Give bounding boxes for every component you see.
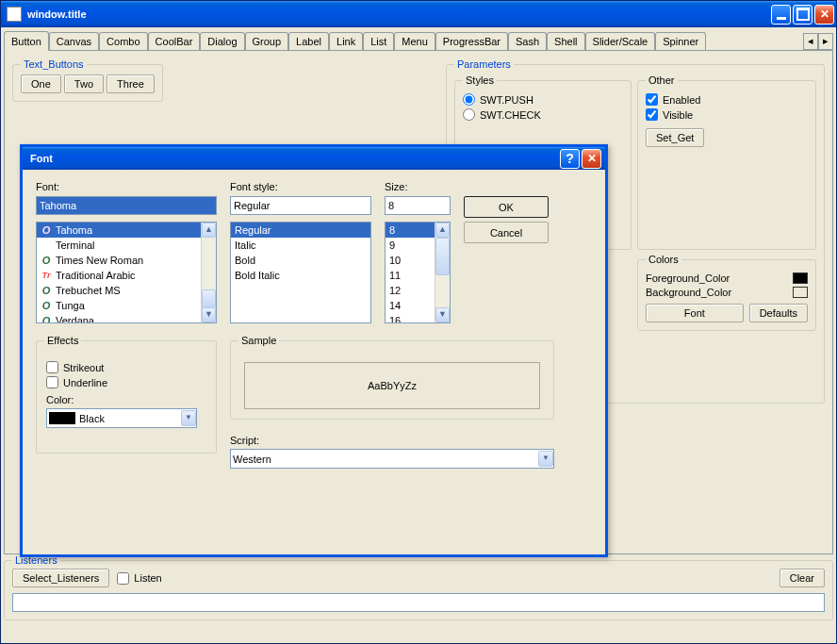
font-item-terminal[interactable]: Terminal <box>37 238 201 253</box>
help-button[interactable]: ? <box>560 149 580 169</box>
tab-list[interactable]: List <box>363 32 394 50</box>
tab-link[interactable]: Link <box>329 32 363 50</box>
app-icon <box>7 7 22 22</box>
tab-combo[interactable]: Combo <box>99 32 147 50</box>
size-item-14[interactable]: 14 <box>386 298 435 313</box>
tab-bar: Button Canvas Combo CoolBar Dialog Group… <box>4 30 833 51</box>
font-item-traditional-arabic[interactable]: TrTraditional Arabic <box>37 268 201 283</box>
clear-button[interactable]: Clear <box>780 569 825 587</box>
titlebar: window.title <box>1 1 836 27</box>
style-item-bolditalic[interactable]: Bold Italic <box>231 268 370 283</box>
maximize-button[interactable] <box>793 5 812 25</box>
font-label: Font: <box>36 181 217 192</box>
font-item-verdana[interactable]: OVerdana <box>37 313 201 322</box>
font-list[interactable]: OTahoma Terminal OTimes New Roman TrTrad… <box>36 222 217 323</box>
scroll-down-icon[interactable]: ▼ <box>202 307 216 322</box>
listeners-output[interactable] <box>12 593 825 612</box>
tab-spinner[interactable]: Spinner <box>655 32 706 50</box>
text-button-two[interactable]: Two <box>64 74 104 93</box>
size-item-10[interactable]: 10 <box>386 253 435 268</box>
tab-canvas[interactable]: Canvas <box>49 32 99 50</box>
script-combo[interactable]: Western ▼ <box>230 449 554 469</box>
font-button[interactable]: Font <box>646 304 744 322</box>
tab-dialog[interactable]: Dialog <box>200 32 244 50</box>
strikeout-label: Strikeout <box>63 362 104 373</box>
other-title: Other <box>646 74 678 86</box>
text-button-one[interactable]: One <box>21 74 61 93</box>
size-item-11[interactable]: 11 <box>386 268 435 283</box>
tab-menu[interactable]: Menu <box>394 32 435 50</box>
style-item-italic[interactable]: Italic <box>231 238 370 253</box>
visible-checkbox[interactable]: Visible <box>646 108 808 121</box>
tab-sash[interactable]: Sash <box>508 32 547 50</box>
minimize-button[interactable] <box>771 5 791 25</box>
foreground-color-button[interactable] <box>793 272 808 284</box>
font-input[interactable] <box>36 196 217 215</box>
font-dialog-close-button[interactable]: ✕ <box>582 149 601 169</box>
font-item-tahoma[interactable]: OTahoma <box>37 223 201 238</box>
size-list-scrollbar[interactable]: ▲ ▼ <box>435 223 450 322</box>
strikeout-checkbox[interactable]: Strikeout <box>46 361 206 373</box>
window-title: window.title <box>27 8 87 20</box>
tab-button[interactable]: Button <box>4 31 49 51</box>
select-listeners-button[interactable]: Select_Listeners <box>12 569 109 587</box>
underline-label: Underline <box>63 377 107 388</box>
text-button-three[interactable]: Three <box>107 74 155 93</box>
parameters-title: Parameters <box>454 58 514 70</box>
style-swt-check-radio[interactable]: SWT.CHECK <box>463 108 623 121</box>
size-item-16[interactable]: 16 <box>386 313 435 322</box>
size-input[interactable] <box>385 196 451 215</box>
color-chip-icon <box>49 412 75 424</box>
size-item-12[interactable]: 12 <box>386 283 435 298</box>
color-combo[interactable]: Black ▼ <box>46 408 197 428</box>
scroll-up-icon[interactable]: ▲ <box>202 223 216 238</box>
scroll-thumb[interactable] <box>202 289 216 308</box>
font-item-times[interactable]: OTimes New Roman <box>37 253 201 268</box>
style-swt-push-radio[interactable]: SWT.PUSH <box>463 93 623 106</box>
style-item-bold[interactable]: Bold <box>231 253 370 268</box>
scroll-down-icon[interactable]: ▼ <box>435 307 450 322</box>
scroll-up-icon[interactable]: ▲ <box>435 223 450 238</box>
defaults-button[interactable]: Defaults <box>749 304 808 322</box>
tab-shell[interactable]: Shell <box>547 32 584 50</box>
chevron-down-icon: ▼ <box>538 451 553 467</box>
listen-label: Listen <box>134 572 161 584</box>
size-list[interactable]: 8 9 10 11 12 14 16 ▲ ▼ <box>385 222 451 323</box>
underline-checkbox[interactable]: Underline <box>46 376 206 388</box>
background-color-button[interactable] <box>793 287 808 298</box>
size-item-8[interactable]: 8 <box>386 223 435 238</box>
font-style-label: Font style: <box>230 181 371 192</box>
font-style-input[interactable] <box>230 196 371 215</box>
ok-button[interactable]: OK <box>464 196 549 218</box>
tab-scroll-right-button[interactable]: ▸ <box>818 33 833 50</box>
colors-title: Colors <box>646 254 681 265</box>
other-group: Other Enabled Visible Set_Get <box>637 80 816 250</box>
set-get-button[interactable]: Set_Get <box>646 128 704 147</box>
listen-checkbox[interactable]: Listen <box>117 572 161 585</box>
style-item-regular[interactable]: Regular <box>231 223 370 238</box>
tab-label[interactable]: Label <box>288 32 329 50</box>
font-dialog: Font ? ✕ Font: Font style: Size: OK <box>20 144 608 557</box>
sample-group: Sample AaBbYyZz <box>230 340 554 420</box>
foreground-color-label: Foreground_Color <box>646 272 730 284</box>
text-buttons-group: Text_Buttons One Two Three <box>12 64 163 102</box>
text-buttons-title: Text_Buttons <box>21 58 87 70</box>
scroll-thumb[interactable] <box>435 238 450 275</box>
sample-box: AaBbYyZz <box>244 362 540 409</box>
size-label: Size: <box>385 181 451 192</box>
tab-scroll-left-button[interactable]: ◂ <box>803 33 818 50</box>
visible-label: Visible <box>663 109 693 121</box>
font-item-trebuchet[interactable]: OTrebuchet MS <box>37 283 201 298</box>
tab-group[interactable]: Group <box>245 32 289 50</box>
enabled-checkbox[interactable]: Enabled <box>646 93 808 106</box>
styles-title: Styles <box>463 74 497 86</box>
tab-coolbar[interactable]: CoolBar <box>148 32 201 50</box>
tab-progressbar[interactable]: ProgressBar <box>435 32 508 50</box>
tab-sliderscale[interactable]: Slider/Scale <box>585 32 656 50</box>
font-list-scrollbar[interactable]: ▲ ▼ <box>201 223 216 322</box>
close-button[interactable] <box>814 5 834 25</box>
font-style-list[interactable]: Regular Italic Bold Bold Italic <box>230 222 371 323</box>
cancel-button[interactable]: Cancel <box>464 222 549 243</box>
size-item-9[interactable]: 9 <box>386 238 435 253</box>
font-item-tunga[interactable]: OTunga <box>37 298 201 313</box>
